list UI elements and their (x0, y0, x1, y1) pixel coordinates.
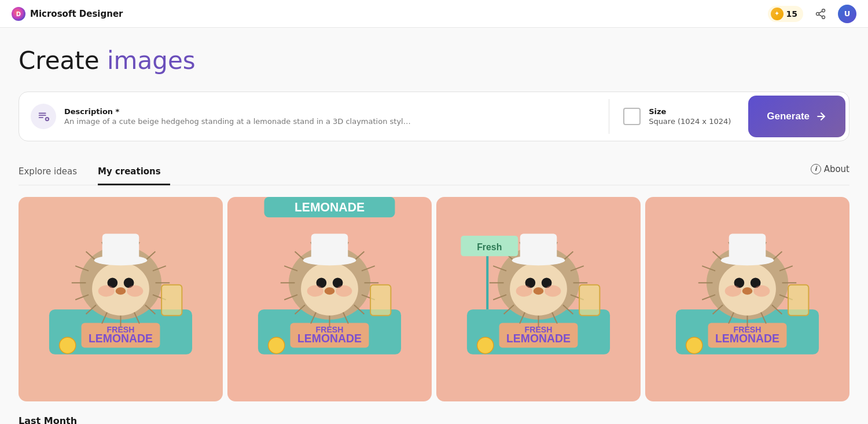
description-section[interactable]: Description * An image of a cute beige h… (19, 96, 609, 137)
image-card-2[interactable] (227, 197, 432, 401)
description-value: An image of a cute beige hedgehog standi… (64, 117, 411, 126)
image-card-1[interactable] (19, 197, 223, 401)
coin-count: 15 (786, 9, 797, 19)
prompt-text-area: Description * An image of a cute beige h… (64, 107, 597, 126)
header-right: ✦ 15 U (768, 5, 856, 23)
size-label: Size (649, 107, 731, 116)
size-text-area: Size Square (1024 x 1024) (649, 107, 731, 126)
image-card-3[interactable] (436, 197, 641, 401)
svg-text:D: D (16, 11, 21, 17)
arrow-right-icon (815, 111, 827, 122)
page-title-plain: Create (19, 46, 107, 75)
prompt-icon-circle (31, 104, 56, 129)
main-content: Create images Description * An image of … (0, 28, 868, 424)
svg-point-2 (822, 9, 825, 12)
svg-rect-7 (39, 113, 46, 114)
size-icon (623, 108, 641, 125)
svg-rect-12 (47, 118, 47, 120)
generate-button[interactable]: Generate (748, 96, 845, 137)
image-canvas-2 (227, 197, 432, 401)
image-canvas-3 (436, 197, 641, 401)
header: D Microsoft Designer ✦ 15 U (0, 0, 868, 28)
coin-icon: ✦ (771, 8, 784, 20)
svg-line-5 (819, 14, 822, 16)
description-label: Description * (64, 107, 597, 116)
tab-explore-ideas[interactable]: Explore ideas (19, 160, 86, 185)
about-button[interactable]: i About (811, 164, 849, 181)
page-title-highlight: images (107, 46, 196, 75)
tabs-left: Explore ideas My creations (19, 160, 182, 185)
svg-point-4 (822, 16, 825, 19)
image-canvas-4 (645, 197, 849, 401)
last-month-label: Last Month (19, 415, 849, 424)
info-icon: i (811, 164, 821, 174)
page-title: Create images (19, 46, 849, 75)
image-canvas-1 (19, 197, 223, 401)
svg-line-6 (819, 11, 822, 13)
share-icon (815, 8, 826, 20)
prompt-bar: Description * An image of a cute beige h… (19, 92, 849, 141)
image-card-4[interactable] (645, 197, 849, 401)
ms-designer-logo: D (12, 7, 25, 21)
avatar[interactable]: U (838, 5, 856, 23)
image-grid (19, 197, 849, 401)
app-title: Microsoft Designer (30, 9, 123, 19)
tabs-row: Explore ideas My creations i About (19, 160, 849, 185)
svg-rect-9 (39, 117, 43, 118)
header-left: D Microsoft Designer (12, 7, 123, 21)
size-value: Square (1024 x 1024) (649, 117, 731, 126)
share-button[interactable] (811, 5, 830, 23)
generate-label: Generate (767, 111, 810, 122)
tab-my-creations[interactable]: My creations (98, 160, 170, 185)
svg-point-3 (816, 12, 819, 15)
size-section[interactable]: Size Square (1024 x 1024) (609, 99, 745, 134)
text-plus-icon (37, 110, 50, 123)
svg-rect-8 (39, 115, 46, 116)
coin-badge[interactable]: ✦ 15 (768, 6, 803, 22)
about-label: About (824, 164, 849, 174)
